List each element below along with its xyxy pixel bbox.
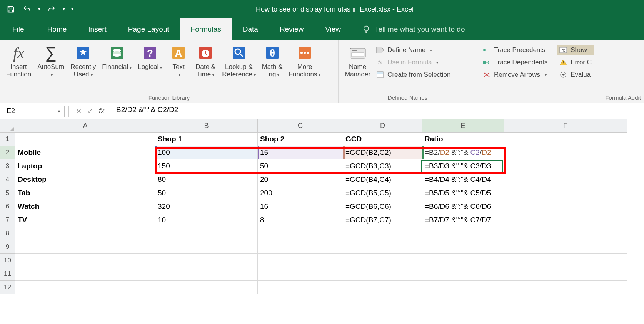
cell-F9[interactable] bbox=[504, 240, 627, 254]
formula-input[interactable]: =B2/D2 &":"& C2/D2 bbox=[107, 106, 641, 117]
undo-dropdown[interactable]: ▼ bbox=[36, 2, 42, 16]
cell-E5[interactable]: =B5/D5 &":"& C5/D5 bbox=[422, 186, 504, 200]
row-header-7[interactable]: 7 bbox=[0, 213, 15, 227]
cell-F3[interactable] bbox=[504, 159, 627, 173]
enter-formula-button[interactable]: ✓ bbox=[84, 106, 96, 117]
cell-B11[interactable] bbox=[155, 267, 258, 281]
select-all-corner[interactable] bbox=[0, 119, 15, 133]
cell-A4[interactable]: Desktop bbox=[15, 173, 155, 186]
cell-D7[interactable]: =GCD(B7,C7) bbox=[343, 213, 422, 227]
cell-E6[interactable]: =B6/D6 &":"& C6/D6 bbox=[422, 200, 504, 213]
btn-date-time[interactable]: Date & Time▾ bbox=[192, 43, 219, 79]
btn-define-name[interactable]: Define Name▾ bbox=[374, 45, 453, 55]
col-header-B[interactable]: B bbox=[155, 119, 258, 133]
tab-view[interactable]: View bbox=[314, 18, 352, 40]
btn-error-checking[interactable]: !Error C bbox=[557, 58, 594, 67]
cell-E2[interactable]: =B2/D2 &":"& C2/D2 bbox=[422, 146, 504, 159]
btn-remove-arrows[interactable]: Remove Arrows▾ bbox=[480, 70, 550, 79]
cell-F6[interactable] bbox=[504, 200, 627, 213]
cell-E10[interactable] bbox=[422, 254, 504, 267]
btn-recently-used[interactable]: Recently Used▾ bbox=[67, 43, 99, 79]
cell-D1[interactable]: GCD bbox=[343, 133, 422, 146]
cell-F10[interactable] bbox=[504, 254, 627, 267]
cell-F2[interactable] bbox=[504, 146, 627, 159]
cell-C5[interactable]: 200 bbox=[258, 186, 343, 200]
undo-button[interactable] bbox=[20, 2, 34, 16]
cell-E3[interactable]: =B3/D3 &":"& C3/D3 bbox=[422, 159, 504, 173]
btn-autosum[interactable]: ∑AutoSum▾ bbox=[34, 43, 67, 79]
cell-B4[interactable]: 80 bbox=[155, 173, 258, 186]
btn-create-from-selection[interactable]: Create from Selection bbox=[374, 70, 453, 79]
row-header-3[interactable]: 3 bbox=[0, 159, 15, 173]
cell-F12[interactable] bbox=[504, 281, 627, 294]
cell-A3[interactable]: Laptop bbox=[15, 159, 155, 173]
cell-A9[interactable] bbox=[15, 240, 155, 254]
cell-C12[interactable] bbox=[258, 281, 343, 294]
row-header-6[interactable]: 6 bbox=[0, 200, 15, 213]
cell-F8[interactable] bbox=[504, 227, 627, 240]
cell-F11[interactable] bbox=[504, 267, 627, 281]
cell-B2[interactable]: 100 bbox=[155, 146, 258, 159]
cell-D6[interactable]: =GCD(B6,C6) bbox=[343, 200, 422, 213]
cell-A11[interactable] bbox=[15, 267, 155, 281]
cell-B12[interactable] bbox=[155, 281, 258, 294]
tab-home[interactable]: Home bbox=[37, 18, 78, 40]
cell-E8[interactable] bbox=[422, 227, 504, 240]
cell-C6[interactable]: 16 bbox=[258, 200, 343, 213]
cell-B8[interactable] bbox=[155, 227, 258, 240]
cell-E9[interactable] bbox=[422, 240, 504, 254]
btn-financial[interactable]: Financial▾ bbox=[99, 43, 135, 72]
cell-C10[interactable] bbox=[258, 254, 343, 267]
btn-use-in-formula[interactable]: fxUse in Formula▾ bbox=[374, 58, 453, 67]
tab-review[interactable]: Review bbox=[269, 18, 314, 40]
redo-dropdown[interactable]: ▼ bbox=[61, 2, 67, 16]
cell-C2[interactable]: 15 bbox=[258, 146, 343, 159]
cell-D4[interactable]: =GCD(B4,C4) bbox=[343, 173, 422, 186]
btn-evaluate-formula[interactable]: fxEvalua bbox=[557, 70, 594, 79]
cell-D12[interactable] bbox=[343, 281, 422, 294]
cell-E12[interactable] bbox=[422, 281, 504, 294]
btn-show-formulas[interactable]: fxShow bbox=[557, 45, 594, 55]
btn-insert-function[interactable]: fxInsert Function bbox=[3, 43, 34, 79]
cell-B5[interactable]: 50 bbox=[155, 186, 258, 200]
cell-E4[interactable]: =B4/D4 &":"& C4/D4 bbox=[422, 173, 504, 186]
tab-file[interactable]: File bbox=[0, 18, 37, 40]
cell-A6[interactable]: Watch bbox=[15, 200, 155, 213]
col-header-C[interactable]: C bbox=[258, 119, 343, 133]
cell-D2[interactable]: =GCD(B2,C2) bbox=[343, 146, 422, 159]
col-header-F[interactable]: F bbox=[504, 119, 627, 133]
col-header-D[interactable]: D bbox=[343, 119, 422, 133]
tab-page-layout[interactable]: Page Layout bbox=[117, 18, 180, 40]
cell-C7[interactable]: 8 bbox=[258, 213, 343, 227]
cell-D3[interactable]: =GCD(B3,C3) bbox=[343, 159, 422, 173]
row-header-8[interactable]: 8 bbox=[0, 227, 15, 240]
cell-A8[interactable] bbox=[15, 227, 155, 240]
col-header-A[interactable]: A bbox=[15, 119, 155, 133]
cell-E1[interactable]: Ratio bbox=[422, 133, 504, 146]
cell-C11[interactable] bbox=[258, 267, 343, 281]
cell-D10[interactable] bbox=[343, 254, 422, 267]
cell-C8[interactable] bbox=[258, 227, 343, 240]
row-header-11[interactable]: 11 bbox=[0, 267, 15, 281]
row-header-10[interactable]: 10 bbox=[0, 254, 15, 267]
name-box[interactable]: E2▼ bbox=[3, 106, 65, 117]
btn-trace-dependents[interactable]: Trace Dependents bbox=[480, 58, 550, 67]
cell-A2[interactable]: Mobile bbox=[15, 146, 155, 159]
tab-data[interactable]: Data bbox=[232, 18, 269, 40]
row-header-1[interactable]: 1 bbox=[0, 133, 15, 146]
cell-B7[interactable]: 10 bbox=[155, 213, 258, 227]
cell-E11[interactable] bbox=[422, 267, 504, 281]
cell-B9[interactable] bbox=[155, 240, 258, 254]
btn-lookup-reference[interactable]: Lookup & Reference▾ bbox=[219, 43, 259, 79]
cell-F7[interactable] bbox=[504, 213, 627, 227]
save-button[interactable] bbox=[4, 2, 18, 16]
cell-C1[interactable]: Shop 2 bbox=[258, 133, 343, 146]
cell-A5[interactable]: Tab bbox=[15, 186, 155, 200]
cancel-formula-button[interactable]: ✕ bbox=[73, 106, 84, 117]
btn-math-trig[interactable]: θMath & Trig▾ bbox=[259, 43, 286, 79]
cell-B3[interactable]: 150 bbox=[155, 159, 258, 173]
btn-name-manager[interactable]: Name Manager bbox=[342, 43, 374, 79]
cell-F5[interactable] bbox=[504, 186, 627, 200]
cell-D9[interactable] bbox=[343, 240, 422, 254]
cell-D11[interactable] bbox=[343, 267, 422, 281]
